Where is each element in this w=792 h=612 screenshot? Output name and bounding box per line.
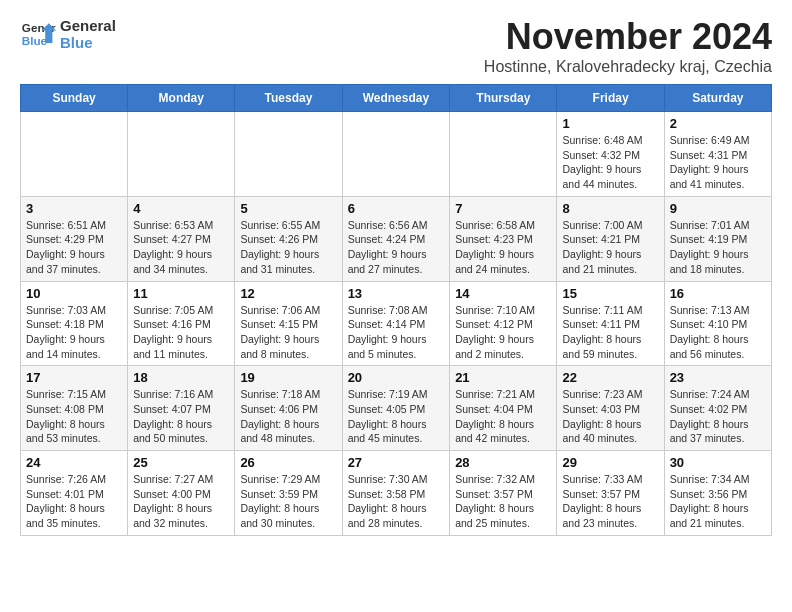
weekday-header-cell: Friday — [557, 85, 664, 112]
day-number: 23 — [670, 370, 766, 385]
day-info: Sunrise: 7:06 AM Sunset: 4:15 PM Dayligh… — [240, 303, 336, 362]
day-number: 30 — [670, 455, 766, 470]
calendar-cell: 27Sunrise: 7:30 AM Sunset: 3:58 PM Dayli… — [342, 451, 450, 536]
day-number: 2 — [670, 116, 766, 131]
day-info: Sunrise: 7:08 AM Sunset: 4:14 PM Dayligh… — [348, 303, 445, 362]
calendar-cell: 1Sunrise: 6:48 AM Sunset: 4:32 PM Daylig… — [557, 112, 664, 197]
day-number: 6 — [348, 201, 445, 216]
day-number: 25 — [133, 455, 229, 470]
calendar-cell: 21Sunrise: 7:21 AM Sunset: 4:04 PM Dayli… — [450, 366, 557, 451]
calendar-cell: 7Sunrise: 6:58 AM Sunset: 4:23 PM Daylig… — [450, 196, 557, 281]
calendar-week-row: 17Sunrise: 7:15 AM Sunset: 4:08 PM Dayli… — [21, 366, 772, 451]
calendar-cell — [235, 112, 342, 197]
logo: General Blue General Blue — [20, 16, 116, 52]
day-number: 16 — [670, 286, 766, 301]
day-number: 22 — [562, 370, 658, 385]
day-info: Sunrise: 7:34 AM Sunset: 3:56 PM Dayligh… — [670, 472, 766, 531]
day-info: Sunrise: 7:33 AM Sunset: 3:57 PM Dayligh… — [562, 472, 658, 531]
day-info: Sunrise: 6:51 AM Sunset: 4:29 PM Dayligh… — [26, 218, 122, 277]
calendar-cell: 6Sunrise: 6:56 AM Sunset: 4:24 PM Daylig… — [342, 196, 450, 281]
calendar-cell: 8Sunrise: 7:00 AM Sunset: 4:21 PM Daylig… — [557, 196, 664, 281]
day-number: 8 — [562, 201, 658, 216]
day-number: 29 — [562, 455, 658, 470]
logo-icon: General Blue — [20, 16, 56, 52]
day-number: 20 — [348, 370, 445, 385]
calendar-cell — [128, 112, 235, 197]
weekday-header-cell: Wednesday — [342, 85, 450, 112]
calendar-cell: 16Sunrise: 7:13 AM Sunset: 4:10 PM Dayli… — [664, 281, 771, 366]
day-info: Sunrise: 7:23 AM Sunset: 4:03 PM Dayligh… — [562, 387, 658, 446]
calendar-cell: 28Sunrise: 7:32 AM Sunset: 3:57 PM Dayli… — [450, 451, 557, 536]
day-info: Sunrise: 7:13 AM Sunset: 4:10 PM Dayligh… — [670, 303, 766, 362]
calendar-cell: 26Sunrise: 7:29 AM Sunset: 3:59 PM Dayli… — [235, 451, 342, 536]
weekday-header-cell: Tuesday — [235, 85, 342, 112]
day-number: 9 — [670, 201, 766, 216]
title-area: November 2024 Hostinne, Kralovehradecky … — [484, 16, 772, 76]
calendar-body: 1Sunrise: 6:48 AM Sunset: 4:32 PM Daylig… — [21, 112, 772, 536]
weekday-header-cell: Monday — [128, 85, 235, 112]
calendar-cell: 30Sunrise: 7:34 AM Sunset: 3:56 PM Dayli… — [664, 451, 771, 536]
day-info: Sunrise: 6:55 AM Sunset: 4:26 PM Dayligh… — [240, 218, 336, 277]
day-number: 10 — [26, 286, 122, 301]
day-number: 27 — [348, 455, 445, 470]
calendar-cell: 3Sunrise: 6:51 AM Sunset: 4:29 PM Daylig… — [21, 196, 128, 281]
month-title: November 2024 — [484, 16, 772, 58]
day-info: Sunrise: 7:27 AM Sunset: 4:00 PM Dayligh… — [133, 472, 229, 531]
day-info: Sunrise: 7:29 AM Sunset: 3:59 PM Dayligh… — [240, 472, 336, 531]
day-info: Sunrise: 7:19 AM Sunset: 4:05 PM Dayligh… — [348, 387, 445, 446]
weekday-header-cell: Thursday — [450, 85, 557, 112]
calendar-week-row: 24Sunrise: 7:26 AM Sunset: 4:01 PM Dayli… — [21, 451, 772, 536]
calendar-cell: 17Sunrise: 7:15 AM Sunset: 4:08 PM Dayli… — [21, 366, 128, 451]
day-number: 14 — [455, 286, 551, 301]
day-number: 21 — [455, 370, 551, 385]
day-info: Sunrise: 7:26 AM Sunset: 4:01 PM Dayligh… — [26, 472, 122, 531]
weekday-header-cell: Saturday — [664, 85, 771, 112]
logo-text-line1: General — [60, 17, 116, 34]
calendar-cell: 15Sunrise: 7:11 AM Sunset: 4:11 PM Dayli… — [557, 281, 664, 366]
day-info: Sunrise: 6:53 AM Sunset: 4:27 PM Dayligh… — [133, 218, 229, 277]
calendar-cell: 2Sunrise: 6:49 AM Sunset: 4:31 PM Daylig… — [664, 112, 771, 197]
location-title: Hostinne, Kralovehradecky kraj, Czechia — [484, 58, 772, 76]
day-number: 12 — [240, 286, 336, 301]
day-info: Sunrise: 7:05 AM Sunset: 4:16 PM Dayligh… — [133, 303, 229, 362]
calendar-cell: 22Sunrise: 7:23 AM Sunset: 4:03 PM Dayli… — [557, 366, 664, 451]
calendar-cell: 23Sunrise: 7:24 AM Sunset: 4:02 PM Dayli… — [664, 366, 771, 451]
day-info: Sunrise: 6:48 AM Sunset: 4:32 PM Dayligh… — [562, 133, 658, 192]
day-number: 5 — [240, 201, 336, 216]
day-number: 11 — [133, 286, 229, 301]
calendar-cell: 24Sunrise: 7:26 AM Sunset: 4:01 PM Dayli… — [21, 451, 128, 536]
day-number: 18 — [133, 370, 229, 385]
weekday-header-cell: Sunday — [21, 85, 128, 112]
day-info: Sunrise: 7:15 AM Sunset: 4:08 PM Dayligh… — [26, 387, 122, 446]
day-info: Sunrise: 7:01 AM Sunset: 4:19 PM Dayligh… — [670, 218, 766, 277]
calendar-week-row: 10Sunrise: 7:03 AM Sunset: 4:18 PM Dayli… — [21, 281, 772, 366]
day-number: 24 — [26, 455, 122, 470]
day-number: 26 — [240, 455, 336, 470]
calendar-week-row: 3Sunrise: 6:51 AM Sunset: 4:29 PM Daylig… — [21, 196, 772, 281]
calendar-cell — [21, 112, 128, 197]
day-info: Sunrise: 7:16 AM Sunset: 4:07 PM Dayligh… — [133, 387, 229, 446]
day-info: Sunrise: 7:18 AM Sunset: 4:06 PM Dayligh… — [240, 387, 336, 446]
day-number: 3 — [26, 201, 122, 216]
day-info: Sunrise: 7:11 AM Sunset: 4:11 PM Dayligh… — [562, 303, 658, 362]
day-info: Sunrise: 7:24 AM Sunset: 4:02 PM Dayligh… — [670, 387, 766, 446]
day-number: 15 — [562, 286, 658, 301]
calendar-cell: 5Sunrise: 6:55 AM Sunset: 4:26 PM Daylig… — [235, 196, 342, 281]
calendar-table: SundayMondayTuesdayWednesdayThursdayFrid… — [20, 84, 772, 536]
day-info: Sunrise: 7:03 AM Sunset: 4:18 PM Dayligh… — [26, 303, 122, 362]
day-info: Sunrise: 7:30 AM Sunset: 3:58 PM Dayligh… — [348, 472, 445, 531]
calendar-cell: 19Sunrise: 7:18 AM Sunset: 4:06 PM Dayli… — [235, 366, 342, 451]
day-info: Sunrise: 6:49 AM Sunset: 4:31 PM Dayligh… — [670, 133, 766, 192]
logo-text-line2: Blue — [60, 34, 116, 51]
calendar-cell: 9Sunrise: 7:01 AM Sunset: 4:19 PM Daylig… — [664, 196, 771, 281]
calendar-cell — [342, 112, 450, 197]
day-info: Sunrise: 6:58 AM Sunset: 4:23 PM Dayligh… — [455, 218, 551, 277]
calendar-cell: 29Sunrise: 7:33 AM Sunset: 3:57 PM Dayli… — [557, 451, 664, 536]
calendar-cell: 10Sunrise: 7:03 AM Sunset: 4:18 PM Dayli… — [21, 281, 128, 366]
calendar-cell: 11Sunrise: 7:05 AM Sunset: 4:16 PM Dayli… — [128, 281, 235, 366]
day-number: 17 — [26, 370, 122, 385]
header: General Blue General Blue November 2024 … — [20, 16, 772, 76]
day-info: Sunrise: 7:10 AM Sunset: 4:12 PM Dayligh… — [455, 303, 551, 362]
day-number: 4 — [133, 201, 229, 216]
calendar-cell: 14Sunrise: 7:10 AM Sunset: 4:12 PM Dayli… — [450, 281, 557, 366]
